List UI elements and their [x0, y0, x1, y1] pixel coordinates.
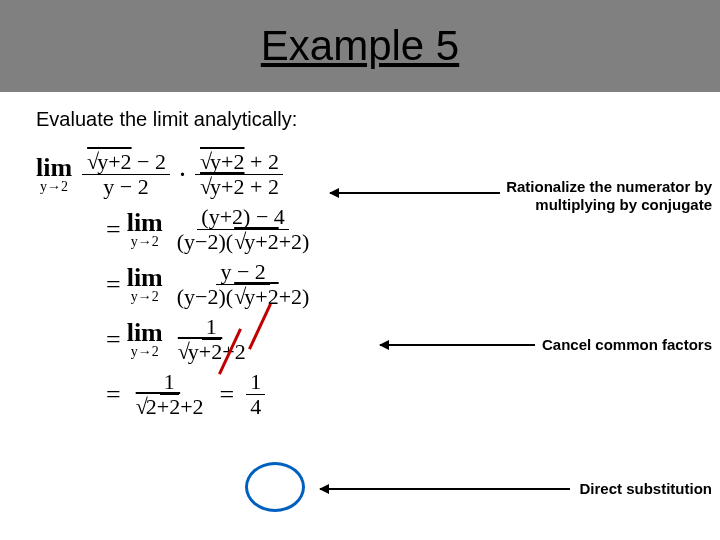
math-line-3: = lim y→2 y − 2 (y−2)(y+2+2) — [106, 260, 396, 309]
fraction-original: y+2 − 2 y − 2 — [82, 150, 170, 199]
math-line-4: = lim y→2 1 y+2+2 — [106, 315, 396, 364]
annotation-cancel: Cancel common factors — [542, 336, 712, 354]
limit-operator: lim y→2 — [127, 211, 163, 249]
arrow-substitution — [320, 488, 570, 490]
instruction-text: Evaluate the limit analytically: — [36, 108, 297, 131]
fraction-expanded: (y+2) − 4 (y−2)(y+2+2) — [173, 205, 314, 254]
fraction-simplified: 1 y+2+2 — [173, 315, 250, 364]
multiply-dot: · — [180, 163, 185, 186]
fraction-cancel: y − 2 (y−2)(y+2+2) — [173, 260, 314, 309]
annotation-substitution: Direct substitution — [579, 480, 712, 498]
slide-title: Example 5 — [261, 22, 459, 70]
lim-word: lim — [36, 156, 72, 179]
answer-highlight-ellipse — [245, 462, 305, 512]
arrow-cancel — [380, 344, 535, 346]
lim-subscript: y→2 — [40, 181, 68, 194]
math-line-5: = 1 2+2+2 = 1 4 — [106, 370, 396, 419]
title-bar: Example 5 — [0, 0, 720, 92]
limit-operator: lim y→2 — [36, 156, 72, 194]
arrow-rationalize — [330, 192, 500, 194]
equals-sign: = — [106, 215, 121, 245]
math-line-2: = lim y→2 (y+2) − 4 (y−2)(y+2+2) — [106, 205, 396, 254]
fraction-substituted: 1 2+2+2 — [131, 370, 208, 419]
fraction-answer: 1 4 — [246, 370, 265, 419]
fraction-conjugate: y+2 + 2 y+2 + 2 — [195, 150, 283, 199]
annotation-rationalize: Rationalize the numerator by multiplying… — [506, 178, 712, 214]
